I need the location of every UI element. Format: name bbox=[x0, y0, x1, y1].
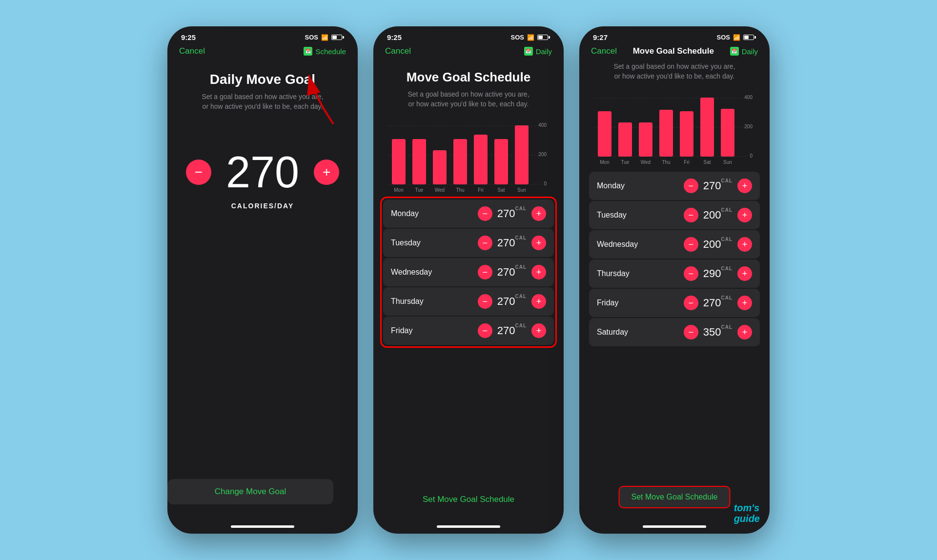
svg-text:Thu: Thu bbox=[456, 187, 464, 192]
schedule-title-2: Move Goal Schedule bbox=[407, 70, 530, 85]
schedule-button[interactable]: 📅 Schedule bbox=[304, 47, 346, 56]
decrease-tuesday-3[interactable]: − bbox=[684, 208, 698, 222]
battery-tip-1 bbox=[343, 36, 344, 39]
increase-monday-2[interactable]: + bbox=[531, 206, 546, 221]
svg-rect-10 bbox=[453, 139, 467, 184]
saturday-value-3: 350CAL bbox=[703, 326, 733, 339]
svg-rect-8 bbox=[412, 139, 426, 184]
decrease-wednesday-3[interactable]: − bbox=[684, 237, 698, 252]
wednesday-value-3: 200CAL bbox=[703, 238, 733, 251]
svg-text:Sat: Sat bbox=[497, 187, 505, 192]
thursday-value-3: 290CAL bbox=[703, 267, 733, 280]
svg-text:200: 200 bbox=[538, 152, 547, 157]
battery-tip-3 bbox=[754, 36, 756, 39]
svg-rect-12 bbox=[494, 139, 508, 184]
set-schedule-btn-box-3[interactable]: Set Move Goal Schedule bbox=[619, 486, 731, 508]
day-rows-3: Monday − 270CAL + Tuesday − 200CAL + Wed… bbox=[589, 172, 760, 346]
svg-text:Wed: Wed bbox=[641, 160, 651, 164]
cal-control: − 270CAL + bbox=[478, 206, 546, 221]
status-icons-3: SOS 📶 bbox=[717, 34, 756, 41]
cancel-button-2[interactable]: Cancel bbox=[385, 46, 411, 56]
cancel-button-3[interactable]: Cancel bbox=[591, 46, 617, 56]
svg-rect-31 bbox=[680, 111, 693, 157]
daily-move-goal-title: Daily Move Goal bbox=[210, 72, 315, 87]
decrease-monday-3[interactable]: − bbox=[684, 179, 698, 193]
decrease-button[interactable]: − bbox=[186, 160, 211, 185]
battery-icon-3 bbox=[743, 35, 754, 40]
increase-wednesday-3[interactable]: + bbox=[737, 237, 752, 252]
cancel-button-1[interactable]: Cancel bbox=[179, 46, 205, 56]
increase-friday-2[interactable]: + bbox=[531, 323, 546, 338]
calendar-icon-3: 📅 bbox=[730, 47, 739, 56]
increase-saturday-3[interactable]: + bbox=[737, 325, 752, 340]
day-row-wednesday-3: Wednesday − 200CAL + bbox=[589, 230, 760, 259]
decrease-monday-2[interactable]: − bbox=[478, 206, 492, 221]
increase-thursday-3[interactable]: + bbox=[737, 266, 752, 281]
sos-label-3: SOS bbox=[717, 34, 730, 41]
increase-friday-3[interactable]: + bbox=[737, 296, 752, 310]
chart-3: 400 200 0 Mon T bbox=[589, 91, 760, 164]
day-name: Monday bbox=[391, 209, 478, 218]
decrease-wednesday-2[interactable]: − bbox=[478, 265, 492, 280]
status-bar-3: 9:27 SOS 📶 bbox=[579, 26, 770, 44]
svg-rect-28 bbox=[618, 122, 632, 157]
increase-thursday-2[interactable]: + bbox=[531, 294, 546, 309]
svg-rect-13 bbox=[515, 125, 529, 184]
day-row-wednesday-2: Wednesday − 270CAL + bbox=[383, 258, 554, 286]
friday-value-2: 270CAL bbox=[497, 324, 527, 337]
daily-button-2[interactable]: 📅 Daily bbox=[524, 47, 552, 56]
calendar-icon-2: 📅 bbox=[524, 47, 533, 56]
screen-content-3: Set a goal based on how active you are,o… bbox=[579, 62, 770, 525]
home-indicator-1 bbox=[231, 525, 294, 528]
status-bar-2: 9:25 SOS 📶 bbox=[373, 26, 564, 44]
decrease-friday-3[interactable]: − bbox=[684, 296, 698, 310]
svg-text:Sat: Sat bbox=[703, 160, 711, 164]
day-row-saturday-3: Saturday − 350CAL + bbox=[589, 318, 760, 346]
svg-rect-7 bbox=[392, 139, 406, 184]
svg-text:Tue: Tue bbox=[621, 160, 630, 164]
increase-monday-3[interactable]: + bbox=[737, 179, 752, 193]
decrease-friday-2[interactable]: − bbox=[478, 323, 492, 338]
increase-wednesday-2[interactable]: + bbox=[531, 265, 546, 280]
decrease-thursday-2[interactable]: − bbox=[478, 294, 492, 309]
svg-rect-33 bbox=[721, 109, 734, 157]
day-rows-2: Monday − 270CAL + Tuesday − 270CAL + bbox=[383, 200, 554, 345]
decrease-thursday-3[interactable]: − bbox=[684, 266, 698, 281]
svg-rect-9 bbox=[433, 150, 447, 184]
battery-icon-1 bbox=[331, 35, 342, 40]
svg-rect-30 bbox=[659, 110, 673, 157]
time-3: 9:27 bbox=[593, 33, 608, 41]
increase-button[interactable]: + bbox=[314, 160, 339, 185]
nav-bar-1: Cancel 📅 Schedule bbox=[167, 44, 358, 62]
increase-tuesday-2[interactable]: + bbox=[531, 236, 546, 250]
day-row-tuesday-3: Tuesday − 200CAL + bbox=[589, 201, 760, 229]
svg-rect-29 bbox=[639, 122, 652, 157]
sos-label-2: SOS bbox=[511, 34, 524, 41]
set-schedule-button-2[interactable]: Set Move Goal Schedule bbox=[423, 495, 514, 504]
chart-svg-3: 400 200 0 Mon T bbox=[589, 91, 760, 164]
day-row-friday-2: Friday − 270CAL + bbox=[383, 317, 554, 345]
svg-rect-32 bbox=[700, 98, 714, 157]
decrease-saturday-3[interactable]: − bbox=[684, 325, 698, 340]
svg-text:Thu: Thu bbox=[662, 160, 670, 164]
change-move-goal-button[interactable]: Change Move Goal bbox=[167, 479, 333, 504]
wifi-icon-3: 📶 bbox=[733, 34, 740, 41]
subtitle-3: Set a goal based on how active you are,o… bbox=[613, 62, 735, 81]
svg-text:0: 0 bbox=[750, 153, 753, 159]
subtitle-1: Set a goal based on how active you are,o… bbox=[202, 92, 323, 111]
set-schedule-label-3: Set Move Goal Schedule bbox=[631, 493, 718, 501]
status-icons-2: SOS 📶 bbox=[511, 34, 550, 41]
wifi-icon-2: 📶 bbox=[527, 34, 534, 41]
increase-tuesday-3[interactable]: + bbox=[737, 208, 752, 222]
status-bar-1: 9:25 SOS 📶 bbox=[167, 26, 358, 44]
decrease-tuesday-2[interactable]: − bbox=[478, 236, 492, 250]
nav-title-3: Move Goal Schedule bbox=[633, 46, 714, 56]
svg-text:Mon: Mon bbox=[600, 160, 609, 164]
day-row-monday-3: Monday − 270CAL + bbox=[589, 172, 760, 200]
tuesday-value-2: 270CAL bbox=[497, 237, 527, 249]
daily-button-3[interactable]: 📅 Daily bbox=[730, 47, 758, 56]
battery-icon-2 bbox=[537, 35, 548, 40]
tuesday-value-3: 200CAL bbox=[703, 209, 733, 221]
svg-text:Fri: Fri bbox=[478, 187, 484, 192]
monday-value-3: 270CAL bbox=[703, 180, 733, 192]
